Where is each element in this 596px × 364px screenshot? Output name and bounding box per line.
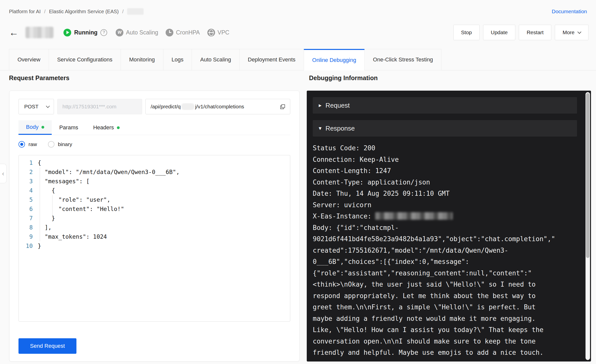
line-number: 2 <box>19 168 33 177</box>
status-label: Running <box>74 29 97 36</box>
x-eas-label: X-Eas-Instance: <box>313 212 375 220</box>
code-text: "messages": [ <box>38 177 90 186</box>
response-section-toggle[interactable]: ▾ Response <box>313 120 577 137</box>
subtab-params[interactable]: Params <box>52 120 86 135</box>
help-icon[interactable]: ? <box>100 29 107 36</box>
panel-collapse-handle[interactable]: ‹ <box>0 164 6 183</box>
mode-raw[interactable]: raw <box>18 141 37 148</box>
feature-badges: WAuto ScalingCronHPAVPC <box>116 29 237 36</box>
path-suffix: j/v1/chat/completions <box>195 104 244 110</box>
request-parameters-card: POST http://17519301***.com /api/predict… <box>9 91 299 362</box>
more-button[interactable]: More <box>555 25 589 40</box>
vpc-icon <box>207 29 215 36</box>
method-value: POST <box>24 104 38 110</box>
radio-raw-icon[interactable] <box>18 141 25 148</box>
line-number: 8 <box>19 223 33 232</box>
more-label: More <box>563 29 575 35</box>
main-tabs: OverviewService ConfigurationsMonitoring… <box>9 49 441 70</box>
service-actions: StopUpdateRestartMore <box>453 25 589 40</box>
badge-label: Auto Scaling <box>126 29 158 36</box>
response-body-line: respond appropriately. Let me think abou… <box>313 290 577 302</box>
code-text: "max_tokens": 1024 <box>38 232 107 241</box>
service-header-left: ← Running ? WAuto ScalingCronHPAVPC <box>9 27 237 38</box>
service-status: Running ? <box>63 29 107 36</box>
response-scrollbar-track[interactable] <box>586 92 590 360</box>
request-section-label: Request <box>325 102 350 109</box>
service-name-redacted <box>25 27 53 38</box>
line-number: 1 <box>19 158 33 168</box>
response-header-line: Date: Thu, 14 Aug 2025 09:11:10 GMT <box>313 188 577 199</box>
documentation-link[interactable]: Documentation <box>552 8 587 14</box>
send-request-button[interactable]: Send Request <box>18 338 76 354</box>
breadcrumb-item[interactable]: Platform for AI <box>9 9 41 14</box>
response-content: Status Code: 200Connection: Keep-AliveCo… <box>313 143 577 359</box>
code-line: 9 "max_tokens": 1024 <box>19 232 290 241</box>
response-body-line: Body: {"id":"chatcmpl- <box>313 222 577 234</box>
stop-button[interactable]: Stop <box>453 25 480 40</box>
mode-label: binary <box>58 141 72 147</box>
badge-label: CronHPA <box>176 29 200 36</box>
response-header-line: Content-Type: application/json <box>313 177 577 188</box>
response-scrollbar-thumb[interactable] <box>586 93 590 258</box>
code-text: } <box>38 241 41 251</box>
indent-guide <box>52 195 52 218</box>
line-number: 5 <box>19 195 33 204</box>
request-url-row: POST http://17519301***.com /api/predict… <box>18 99 290 114</box>
line-number: 9 <box>19 232 33 241</box>
line-number: 6 <box>19 204 33 214</box>
tab-overview[interactable]: Overview <box>9 49 49 70</box>
tab-monitoring[interactable]: Monitoring <box>121 49 163 70</box>
breadcrumb-separator: / <box>122 9 124 14</box>
breadcrumb-item[interactable]: Elastic Algorithm Service (EAS) <box>49 9 119 14</box>
subtab-body[interactable]: Body <box>18 120 52 135</box>
code-line: 1{ <box>19 158 290 168</box>
tab-auto-scaling[interactable]: Auto Scaling <box>192 49 239 70</box>
request-body-editor[interactable]: 1{2 "model": "/mnt/data/Qwen/Qwen3-0___6… <box>18 155 290 322</box>
response-section-label: Response <box>325 125 355 132</box>
mode-binary[interactable]: binary <box>48 141 72 148</box>
back-button[interactable]: ← <box>9 28 18 37</box>
update-button[interactable]: Update <box>483 25 516 40</box>
response-body-line: Like, \"Hello! How can I assist you toda… <box>313 324 577 336</box>
restart-button[interactable]: Restart <box>519 25 551 40</box>
breadcrumb-separator: / <box>44 9 46 14</box>
subtab-headers[interactable]: Headers <box>86 120 127 135</box>
path-field[interactable]: /api/predict/q j/v1/chat/completions <box>145 99 290 114</box>
code-line: 6 "content": "Hello!" <box>19 204 290 214</box>
host-placeholder: http://17519301***.com <box>62 104 116 110</box>
tab-online-debugging[interactable]: Online Debugging <box>304 49 364 70</box>
chevron-left-icon: ‹ <box>2 170 4 178</box>
chevron-down-icon <box>578 30 582 34</box>
badge-label: VPC <box>218 29 229 36</box>
code-text: { <box>38 186 55 195</box>
code-line: 10} <box>19 241 290 251</box>
path-value: /api/predict/q j/v1/chat/completions <box>151 103 279 110</box>
tab-logs[interactable]: Logs <box>163 49 192 70</box>
method-select[interactable]: POST <box>18 99 54 114</box>
line-number: 7 <box>19 214 33 223</box>
code-line: 3 "messages": [ <box>19 177 290 186</box>
line-number: 3 <box>19 177 33 186</box>
tab-service-configurations[interactable]: Service Configurations <box>49 49 121 70</box>
line-number: 10 <box>19 241 33 251</box>
service-badge: CronHPA <box>166 29 200 36</box>
copy-icon[interactable] <box>279 103 286 110</box>
response-body-line: maybe adding a friendly note would make … <box>313 313 577 325</box>
tab-deployment-events[interactable]: Deployment Events <box>239 49 304 70</box>
body-params-headers-tabs: BodyParamsHeaders <box>18 120 290 135</box>
code-text: "model": "/mnt/data/Qwen/Qwen3-0___6B", <box>38 168 180 177</box>
code-text: "role": "user", <box>38 195 110 204</box>
cronhpa-icon <box>166 29 173 36</box>
request-parameters-title: Request Parameters <box>9 74 69 82</box>
code-line: 2 "model": "/mnt/data/Qwen/Qwen3-0___6B"… <box>19 168 290 177</box>
code-text: "content": "Hello!" <box>38 204 124 214</box>
radio-binary-icon[interactable] <box>48 141 54 148</box>
host-field[interactable]: http://17519301***.com <box>57 99 142 114</box>
code-line: 5 "role": "user", <box>19 195 290 204</box>
request-section-toggle[interactable]: ▸ Request <box>313 97 577 114</box>
running-status-icon <box>63 29 71 36</box>
caret-down-icon: ▾ <box>319 126 321 131</box>
response-header-line: X-Eas-Instance: <box>313 211 577 222</box>
tab-one-click-stress-testing[interactable]: One-Click Stress Testing <box>364 49 441 70</box>
response-body-line: friendly and helpful. Maybe use emojis t… <box>313 347 577 359</box>
